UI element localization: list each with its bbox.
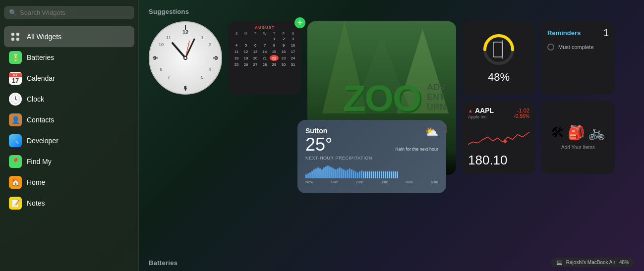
cal-day-7[interactable]: 7 (260, 42, 269, 48)
clock-widget: 12 3 6 9 1 2 4 5 7 8 10 11 (149, 21, 222, 95)
weather-cloud-icon: ⛅ (425, 126, 438, 139)
svg-rect-3 (16, 38, 19, 41)
svg-text:11: 11 (166, 35, 171, 40)
battery-percent: 48% (488, 71, 510, 84)
cal-header-mon: M (241, 32, 250, 35)
cal-day-30[interactable]: 30 (279, 61, 288, 67)
sidebar-item-find-my[interactable]: 📍 Find My (4, 151, 134, 172)
svg-text:12: 12 (182, 29, 188, 35)
calendar-month: AUGUST (232, 25, 297, 30)
bottom-status-bar: 💻 Rajoshi's MacBook Air 48% (551, 258, 634, 267)
weather-widget: ⛅ Sutton 25° Next-Hour Precipitation Rai… (297, 120, 446, 193)
bottom-device-name: Rajoshi's MacBook Air (566, 260, 615, 265)
laptop-battery-widget: 48% (462, 21, 535, 95)
stock-company: Apple Inc. (468, 114, 494, 119)
sidebar-item-notes-label: Notes (27, 199, 45, 207)
svg-text:7: 7 (167, 75, 170, 80)
reminder-item: Must complete (547, 44, 609, 51)
cal-day-29[interactable]: 29 (270, 61, 279, 67)
sidebar-item-all-widgets[interactable]: All Widgets (4, 26, 134, 47)
stock-header: ▲ AAPL Apple Inc. -1.02 -0.56% (468, 107, 529, 119)
sidebar-item-batteries[interactable]: 🔋 Batteries (4, 47, 134, 68)
sidebar-item-developer[interactable]: 🔧 Developer (4, 130, 134, 151)
shopping-label: Add Your Items (561, 145, 595, 150)
clock-face-svg: 12 3 6 9 1 2 4 5 7 8 10 11 (149, 21, 222, 95)
notes-icon: 📝 (9, 197, 22, 210)
stock-ticker: ▲ AAPL Apple Inc. (468, 107, 494, 119)
svg-text:5: 5 (201, 75, 203, 80)
all-widgets-icon (9, 30, 22, 43)
tool-icon: 🛠 (551, 124, 565, 141)
svg-text:1: 1 (201, 35, 203, 40)
add-button[interactable]: + (294, 17, 305, 28)
cal-day-23[interactable]: 23 (279, 55, 288, 61)
sidebar-item-contacts[interactable]: 👤 Contacts (4, 109, 134, 130)
time-20m: 20m (355, 180, 363, 184)
cal-day-24[interactable]: 24 (289, 55, 297, 61)
cal-day-6[interactable]: 6 (251, 42, 260, 48)
weather-rain-label: Rain for the next hour (395, 147, 438, 152)
cal-day-11[interactable]: 11 (232, 49, 241, 54)
svg-text:2: 2 (208, 42, 211, 47)
clock-icon (9, 93, 22, 106)
cal-day-8[interactable]: 8 (270, 42, 279, 48)
main-content: Suggestions 12 3 (139, 0, 644, 271)
cal-day-10[interactable]: 10 (289, 42, 297, 48)
cal-day-31[interactable]: 31 (289, 61, 297, 67)
shopping-widget: 🛠 🎒 🚲 Add Your Items (541, 101, 615, 174)
search-input[interactable] (20, 9, 129, 16)
cal-day-25[interactable]: 25 (232, 61, 241, 67)
stock-price: 180.10 (468, 153, 529, 168)
cal-day-12[interactable]: 12 (241, 49, 250, 54)
cal-day-18[interactable]: 18 (232, 55, 241, 61)
cal-day-16[interactable]: 16 (279, 49, 288, 54)
cal-day-1[interactable]: 1 (270, 36, 279, 42)
bag-icon: 🎒 (568, 124, 585, 141)
cal-day-2[interactable]: 2 (279, 36, 288, 42)
cal-day-3[interactable]: 3 (289, 36, 297, 42)
sidebar-item-batteries-label: Batteries (27, 54, 54, 61)
sidebar-item-developer-label: Developer (27, 137, 59, 145)
sidebar-item-home-label: Home (27, 178, 45, 186)
reminder-checkbox[interactable] (547, 44, 554, 51)
svg-text:4: 4 (208, 67, 211, 72)
cal-day-20[interactable]: 20 (251, 55, 260, 61)
sidebar-item-notes[interactable]: 📝 Notes (4, 193, 134, 214)
cal-day-19[interactable]: 19 (241, 55, 250, 61)
cal-day-27[interactable]: 27 (251, 61, 260, 67)
sidebar-item-home[interactable]: 🏠 Home (4, 172, 134, 193)
cal-day-9[interactable]: 9 (279, 42, 288, 48)
svg-text:8: 8 (160, 67, 162, 72)
stock-ticker-label: AAPL (475, 107, 494, 114)
sidebar-item-calendar[interactable]: JUL 17 Calendar (4, 68, 134, 89)
reminders-widget: Reminders 1 Must complete (541, 21, 615, 95)
sidebar-item-findmy-label: Find My (27, 158, 52, 165)
calendar-widget-wrap: + AUGUST S M T W T F S 1 (228, 21, 301, 95)
reminder-label: Must complete (558, 44, 594, 50)
svg-rect-31 (493, 42, 502, 57)
cal-day-26[interactable]: 26 (241, 61, 250, 67)
cal-day-21[interactable]: 21 (260, 55, 269, 61)
cal-day-14[interactable]: 14 (260, 49, 269, 54)
cal-day-17[interactable]: 17 (289, 49, 297, 54)
stock-change1: -1.02 (514, 108, 529, 113)
cal-day-empty (241, 36, 250, 42)
cal-day-13[interactable]: 13 (251, 49, 260, 54)
far-right-widgets-column: Reminders 1 Must complete 🛠 🎒 🚲 Add Your… (541, 21, 615, 174)
time-10m: 10m (331, 180, 339, 184)
cal-day-4[interactable]: 4 (232, 42, 241, 48)
cal-day-5[interactable]: 5 (241, 42, 250, 48)
cal-day-28[interactable]: 28 (260, 61, 269, 67)
findmy-icon: 📍 (9, 155, 22, 168)
sidebar-item-calendar-label: Calendar (27, 74, 55, 82)
time-50m: 50m (430, 180, 438, 184)
cal-day-22-today[interactable]: 22 (270, 55, 279, 61)
cal-day-15[interactable]: 15 (270, 49, 279, 54)
cal-header-fri: F (279, 32, 288, 35)
search-bar[interactable]: 🔍 (4, 6, 134, 19)
shopping-icons: 🛠 🎒 🚲 (551, 124, 605, 141)
right-widgets-column: 48% ▲ AAPL Apple Inc. -1.02 -0.56% (462, 21, 535, 174)
svg-rect-0 (11, 33, 14, 36)
sidebar-item-clock[interactable]: Clock (4, 89, 134, 109)
weather-times: Now 10m 20m 30m 40m 50m (305, 180, 438, 184)
